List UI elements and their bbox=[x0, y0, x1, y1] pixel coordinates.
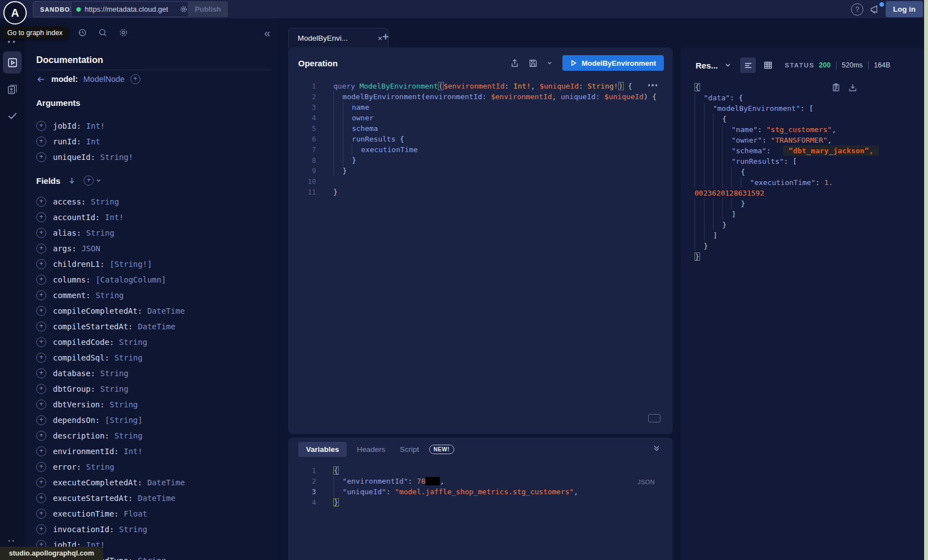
field-type[interactable]: [String!] bbox=[110, 260, 152, 269]
field-type[interactable]: String! bbox=[100, 153, 133, 162]
settings-icon[interactable] bbox=[119, 28, 128, 37]
field-type[interactable]: Int bbox=[86, 137, 100, 146]
json-view-button[interactable] bbox=[740, 57, 756, 73]
add-field-icon[interactable]: + bbox=[36, 152, 46, 162]
add-field-icon[interactable]: + bbox=[36, 337, 46, 347]
field-row[interactable]: +dbtVersion:String bbox=[25, 397, 279, 412]
field-type[interactable]: String bbox=[91, 197, 119, 206]
publish-button[interactable]: Publish bbox=[188, 1, 228, 17]
add-field-icon[interactable]: + bbox=[36, 415, 46, 425]
operation-code-editor[interactable]: 1query ModelByEnvironment($environmentId… bbox=[288, 81, 673, 197]
history-icon[interactable] bbox=[77, 28, 87, 37]
collapse-variables-icon[interactable] bbox=[653, 444, 660, 452]
add-field-icon[interactable]: + bbox=[36, 137, 46, 147]
field-type[interactable]: String bbox=[119, 525, 148, 534]
field-row[interactable]: +childrenL1:[String!] bbox=[25, 256, 279, 272]
schema-nav-button[interactable] bbox=[7, 84, 18, 95]
add-field-icon[interactable]: + bbox=[36, 509, 46, 519]
add-field-icon[interactable]: + bbox=[36, 384, 46, 394]
help-icon[interactable]: ? bbox=[851, 3, 863, 16]
search-icon[interactable] bbox=[98, 28, 108, 37]
field-row[interactable]: +invocationId:String bbox=[25, 522, 279, 537]
endpoint-url[interactable]: https://metadata.cloud.get bbox=[85, 5, 176, 13]
share-icon[interactable] bbox=[510, 59, 519, 68]
add-field-icon[interactable]: + bbox=[36, 353, 46, 363]
field-row[interactable]: +environmentId:Int! bbox=[25, 444, 279, 459]
new-tab-icon[interactable]: + bbox=[382, 31, 389, 43]
field-type[interactable]: Float bbox=[124, 509, 147, 518]
field-type[interactable]: [String] bbox=[105, 416, 142, 425]
field-row[interactable]: +error:String bbox=[25, 459, 279, 475]
table-view-button[interactable] bbox=[760, 57, 776, 73]
response-chevron-icon[interactable] bbox=[725, 62, 731, 69]
field-type[interactable]: String bbox=[114, 353, 143, 362]
add-field-icon[interactable]: + bbox=[36, 275, 46, 285]
add-field-icon[interactable]: + bbox=[36, 228, 46, 238]
field-row[interactable]: +compiledSql:String bbox=[25, 350, 279, 366]
apollo-logo[interactable]: A bbox=[3, 1, 27, 25]
field-type[interactable]: [CatalogColumn] bbox=[95, 275, 166, 284]
more-nav-icon[interactable] bbox=[8, 540, 14, 542]
response-json-view[interactable]: {"data": {"modelByEnvironment": [{"name"… bbox=[681, 82, 924, 262]
field-row[interactable]: +compileStartedAt:DateTime bbox=[25, 319, 279, 334]
add-field-icon[interactable]: + bbox=[36, 524, 46, 534]
add-field-icon[interactable]: + bbox=[36, 400, 46, 410]
field-type[interactable]: String bbox=[95, 291, 124, 300]
field-type[interactable]: String bbox=[100, 369, 129, 378]
field-row[interactable]: +database:String bbox=[25, 366, 279, 381]
tab-variables[interactable]: Variables bbox=[298, 442, 347, 457]
close-tab-icon[interactable]: × bbox=[378, 34, 382, 43]
field-type[interactable]: Int! bbox=[124, 447, 143, 456]
field-type[interactable]: String bbox=[110, 400, 138, 409]
login-button[interactable]: Log in bbox=[886, 1, 923, 17]
tab-script[interactable]: Script bbox=[400, 445, 419, 454]
field-row[interactable]: +args:JSON bbox=[25, 241, 279, 256]
field-row[interactable]: +runId:Int bbox=[25, 134, 279, 149]
breadcrumb-field-type[interactable]: ModelNode bbox=[84, 75, 125, 84]
field-row[interactable]: +accountId:Int! bbox=[25, 210, 279, 225]
checks-nav-button[interactable] bbox=[7, 110, 18, 121]
add-field-icon[interactable]: + bbox=[36, 462, 46, 472]
announcements-icon[interactable] bbox=[869, 4, 880, 14]
field-row[interactable]: +compiledCode:String bbox=[25, 334, 279, 350]
add-field-icon[interactable]: + bbox=[36, 478, 46, 488]
add-field-icon[interactable]: + bbox=[36, 446, 46, 456]
add-field-icon[interactable]: + bbox=[36, 259, 46, 269]
tab-headers[interactable]: Headers bbox=[357, 445, 385, 454]
add-field-icon[interactable]: + bbox=[36, 322, 46, 332]
field-type[interactable]: DateTime bbox=[138, 322, 175, 331]
field-type[interactable]: Int! bbox=[105, 213, 124, 222]
field-row[interactable]: +access:String bbox=[25, 194, 279, 210]
field-type[interactable]: String bbox=[100, 384, 129, 393]
add-all-fields-control[interactable]: + bbox=[84, 176, 101, 186]
field-type[interactable]: DateTime bbox=[147, 478, 184, 487]
field-row[interactable]: +comment:String bbox=[25, 288, 279, 303]
save-chevron-icon[interactable] bbox=[547, 60, 552, 66]
add-field-icon[interactable]: + bbox=[36, 212, 46, 222]
field-row[interactable]: +executeStartedAt:DateTime bbox=[25, 490, 279, 506]
field-row[interactable]: +columns:[CatalogColumn] bbox=[25, 272, 279, 288]
field-type[interactable]: String bbox=[86, 228, 115, 237]
graph-index-icon[interactable] bbox=[8, 41, 15, 43]
endpoint-settings-icon[interactable] bbox=[179, 5, 188, 13]
add-field-icon[interactable]: + bbox=[36, 197, 46, 207]
endpoint-url-input[interactable]: https://metadata.cloud.get bbox=[71, 1, 192, 17]
add-field-icon[interactable]: + bbox=[130, 74, 140, 84]
add-field-icon[interactable]: + bbox=[36, 368, 46, 378]
field-row[interactable]: +jobId:Int! bbox=[25, 118, 279, 134]
field-type[interactable]: String bbox=[138, 556, 166, 560]
field-type[interactable]: DateTime bbox=[138, 494, 175, 503]
field-type[interactable]: String bbox=[114, 431, 143, 440]
field-row[interactable]: +alias:String bbox=[25, 225, 279, 241]
add-field-icon[interactable]: + bbox=[36, 306, 46, 316]
field-row[interactable]: +uniqueId:String! bbox=[25, 149, 279, 165]
add-field-icon[interactable]: + bbox=[36, 431, 46, 441]
add-field-icon[interactable]: + bbox=[36, 493, 46, 503]
field-row[interactable]: +dependsOn:[String] bbox=[25, 412, 279, 428]
field-type[interactable]: JSON bbox=[81, 244, 100, 253]
field-row[interactable]: +executionTime:Float bbox=[25, 506, 279, 522]
field-type[interactable]: Int! bbox=[86, 121, 105, 130]
field-type[interactable]: DateTime bbox=[147, 306, 184, 315]
field-row[interactable]: +executeCompletedAt:DateTime bbox=[25, 475, 279, 490]
add-field-icon[interactable]: + bbox=[36, 121, 46, 131]
